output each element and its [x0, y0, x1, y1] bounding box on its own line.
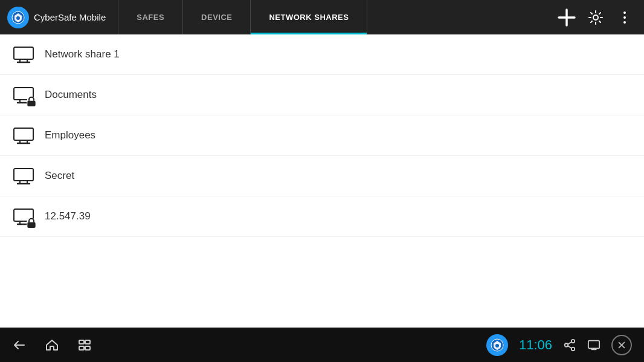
overflow-menu-icon: [617, 10, 633, 25]
add-icon: [556, 7, 577, 28]
svg-rect-41: [588, 340, 599, 348]
back-button[interactable]: [12, 338, 27, 352]
network-share-icon-5: [12, 205, 35, 228]
app-title: CyberSafe Mobile: [34, 12, 106, 22]
svg-line-40: [568, 346, 572, 348]
network-share-icon-4: [12, 164, 35, 187]
item-label: Secret: [45, 170, 74, 182]
item-label: Documents: [45, 89, 97, 101]
share-icon: [563, 338, 576, 352]
svg-line-39: [568, 341, 572, 344]
bottom-right-actions: 11:06: [486, 334, 632, 356]
item-label: Network share 1: [45, 48, 120, 60]
top-bar: CyberSafe Mobile SAFES DEVICE NETWORK SH…: [0, 0, 644, 34]
svg-point-1: [16, 16, 20, 20]
nav-tabs: SAFES DEVICE NETWORK SHARES: [118, 0, 547, 34]
gear-icon: [588, 10, 604, 25]
recents-icon: [77, 338, 92, 352]
close-icon: [617, 340, 626, 350]
cybersafe-status-icon: [486, 334, 508, 356]
home-button[interactable]: [45, 338, 59, 352]
home-icon: [45, 338, 59, 352]
back-icon: [12, 338, 27, 352]
tab-device[interactable]: DEVICE: [183, 0, 251, 34]
tab-network-shares[interactable]: NETWORK SHARES: [251, 0, 367, 34]
list-item[interactable]: Documents: [0, 75, 644, 115]
svg-point-5: [623, 11, 626, 14]
tab-safes[interactable]: SAFES: [118, 0, 183, 34]
bottom-bar: 11:06: [0, 328, 644, 362]
overflow-menu-button[interactable]: [613, 5, 637, 30]
app-logo: [7, 7, 29, 28]
screen-button[interactable]: [587, 338, 601, 352]
svg-rect-33: [85, 346, 90, 350]
list-item[interactable]: Network share 1: [0, 34, 644, 75]
top-actions: [547, 5, 644, 30]
list-item[interactable]: Employees: [0, 115, 644, 156]
list-item[interactable]: Secret: [0, 156, 644, 196]
screen-icon: [587, 338, 601, 352]
svg-rect-32: [79, 346, 84, 350]
add-button[interactable]: [555, 5, 579, 30]
content-area: Network share 1 Documents: [0, 34, 644, 328]
settings-button[interactable]: [584, 5, 608, 30]
share-button[interactable]: [563, 338, 576, 352]
svg-rect-29: [27, 222, 35, 228]
svg-rect-30: [79, 340, 84, 344]
svg-rect-21: [14, 169, 33, 181]
svg-point-35: [495, 344, 499, 347]
close-button[interactable]: [611, 335, 632, 355]
recents-button[interactable]: [77, 338, 92, 352]
time-display: 11:06: [519, 337, 552, 353]
svg-point-4: [593, 15, 598, 20]
network-share-icon-2: [12, 83, 35, 106]
list-item[interactable]: 12.547.39: [0, 196, 644, 237]
network-share-icon-3: [12, 124, 35, 147]
svg-rect-31: [85, 340, 90, 344]
svg-rect-8: [14, 47, 33, 59]
network-share-icon-1: [12, 43, 35, 66]
svg-rect-16: [27, 101, 35, 106]
item-label: Employees: [45, 129, 95, 141]
svg-rect-17: [14, 128, 33, 140]
item-label: 12.547.39: [45, 210, 91, 222]
svg-point-6: [623, 16, 626, 19]
bottom-navigation: [12, 338, 92, 352]
svg-point-7: [623, 21, 626, 24]
